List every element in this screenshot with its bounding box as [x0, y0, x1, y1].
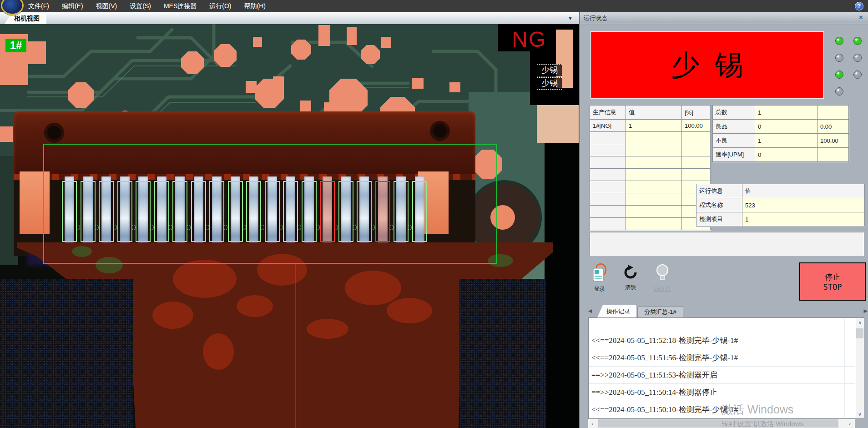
close-icon[interactable]: ✕ [858, 14, 863, 21]
table-cell: 100.00 [682, 120, 710, 131]
menu-item[interactable]: 设置(S) [123, 0, 157, 12]
table-cell [818, 106, 848, 119]
table-cell: 1 [755, 134, 817, 147]
table-cell [590, 144, 626, 156]
pcb-pad [347, 27, 357, 45]
menu: 文件(F)编辑(E)视图(V)设置(S)MES连接器运行(O)帮助(H) [22, 0, 272, 12]
pcb-pad [449, 82, 460, 92]
table-cell: 总数 [713, 106, 755, 119]
stop-button-label-en: STOP [823, 282, 842, 292]
scroll-right-icon[interactable]: › [846, 419, 854, 428]
table-cell: 0 [755, 120, 817, 133]
horizontal-scrollbar[interactable]: ‹ › [588, 419, 855, 428]
run-info-table: 运行信息值程式名称523检测项目1 [696, 184, 865, 227]
table-cell [626, 181, 681, 193]
table-cell: 0 [755, 148, 817, 161]
defect-labels: 少锡少锡 [537, 64, 562, 91]
log-entry[interactable]: ==>>2024-05-05_11:50:14-检测器停止 [589, 384, 855, 401]
column-header: 值 [742, 184, 864, 198]
status-led-grid [830, 32, 867, 100]
table-cell [626, 169, 681, 181]
led-light-button[interactable]: LED 灯 [649, 263, 676, 293]
pcb-octagon-pad [214, 44, 237, 67]
pcb-pad [381, 37, 391, 48]
clear-button-label: 清除 [617, 284, 644, 292]
led-cell [848, 32, 867, 49]
table-cell [626, 218, 681, 230]
menu-item[interactable]: 编辑(E) [56, 0, 90, 12]
led-indicator [835, 70, 843, 79]
pcb-pad [300, 101, 311, 111]
table-cell: 1 [742, 212, 864, 226]
panel-titlebar: 运行状态 ✕ [580, 12, 868, 24]
led-cell [848, 83, 867, 100]
table-cell [590, 206, 626, 217]
table-cell [626, 132, 681, 144]
led-button-label: LED 灯 [649, 285, 676, 293]
table-cell [626, 156, 681, 168]
stop-button[interactable]: 停止 STOP [799, 262, 866, 301]
panel-title: 运行状态 [584, 14, 607, 22]
led-indicator [835, 54, 843, 62]
table-cell [626, 144, 681, 156]
chevron-down-icon[interactable]: ▼ [568, 15, 573, 21]
pcb-pad [253, 37, 262, 47]
pcb-pad [318, 25, 330, 46]
result-banner-text: 少锡 [656, 46, 759, 84]
menu-bar: 文件(F)编辑(E)视图(V)设置(S)MES连接器运行(O)帮助(H) ? [0, 0, 868, 12]
table-cell [818, 148, 848, 161]
pcb-pad [25, 41, 46, 64]
pcb-octagon-pad [181, 51, 204, 74]
led-cell [830, 83, 848, 100]
run-status-panel: 运行状态 ✕ 少锡 生产信息值[%]1#[NG]1100.00 总数1良品00.… [580, 12, 868, 428]
tab-scroll-left-icon[interactable]: ◀ [588, 308, 592, 314]
vertical-scrollbar-thumb[interactable] [856, 328, 863, 338]
led-indicator [835, 87, 843, 96]
camera-tab-bar: 相机视图 ▼ [0, 12, 579, 25]
table-cell [682, 144, 710, 156]
menu-item[interactable]: 文件(F) [22, 0, 56, 12]
scroll-down-icon[interactable]: ∨ [856, 409, 864, 418]
production-info-table: 生产信息值[%]1#[NG]1100.00 [590, 105, 711, 230]
table-cell [590, 169, 626, 181]
table-cell [682, 169, 710, 181]
table-cell [590, 218, 626, 230]
camera-view: 1# NG 少锡少锡 [0, 24, 579, 428]
table-cell: 100.00 [818, 134, 848, 147]
horizontal-scrollbar-thumb[interactable] [598, 419, 838, 428]
log-entry[interactable]: <<==2024-05-05_11:51:56-检测完毕-少锡-1# [589, 349, 855, 367]
menu-item[interactable]: 帮助(H) [237, 0, 272, 12]
tab-scroll-right-icon[interactable]: ▶ [864, 308, 868, 314]
menu-item[interactable]: 视图(V) [90, 0, 124, 12]
table-cell [590, 193, 626, 205]
login-button-label: 登录 [586, 285, 613, 293]
led-indicator [835, 37, 843, 45]
column-header: 生产信息 [590, 106, 626, 119]
background-texture [459, 279, 546, 428]
help-icon[interactable]: ? [855, 2, 863, 10]
table-cell: 检测项目 [696, 212, 742, 226]
clear-button[interactable]: 清除 [617, 264, 644, 292]
inspection-roi-rect [43, 144, 497, 264]
table-cell [590, 156, 626, 168]
table-cell: 速率[UPM] [713, 148, 755, 161]
log-entry[interactable]: <<==2024-05-05_11:50:10-检测完毕-少锡-1# [589, 401, 855, 418]
totals-table: 总数1良品00.00不良1100.00速率[UPM]0 [712, 105, 849, 162]
log-tabstrip: ◀ 操作记录分类汇总-1# ▶ [588, 305, 861, 317]
log-tab[interactable]: 分类汇总-1# [637, 306, 683, 317]
scroll-left-icon[interactable]: ‹ [588, 419, 596, 428]
menu-item[interactable]: 运行(O) [203, 0, 237, 12]
log-entry[interactable]: ==>>2024-05-05_11:51:53-检测器开启 [589, 367, 855, 384]
vertical-scrollbar[interactable]: ∧ ∨ [856, 318, 864, 418]
menu-item[interactable]: MES连接器 [157, 0, 203, 12]
operation-log-list: <<==2024-05-05_11:52:18-检测完毕-少锡-1#<<==20… [588, 317, 864, 419]
bulb-icon [654, 263, 671, 282]
log-tab[interactable]: 操作记录 [597, 305, 636, 317]
led-cell [830, 66, 848, 83]
log-entry[interactable]: <<==2024-05-05_11:52:18-检测完毕-少锡-1# [589, 332, 855, 349]
login-button[interactable]: 登录 [586, 263, 613, 293]
scroll-up-icon[interactable]: ∧ [856, 318, 864, 327]
background-texture [0, 279, 133, 428]
column-header: 值 [626, 106, 681, 119]
pcb-pad [0, 126, 13, 142]
